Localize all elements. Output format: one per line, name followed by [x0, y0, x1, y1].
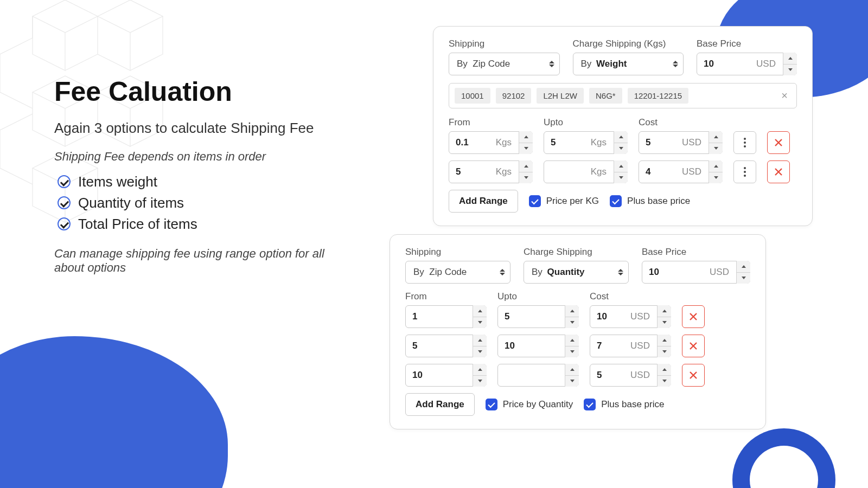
- stepper-icon[interactable]: [473, 305, 487, 328]
- checkbox-icon: [529, 195, 541, 207]
- input-upto[interactable]: 10: [497, 335, 579, 357]
- input-from[interactable]: 5: [405, 335, 487, 357]
- input-from[interactable]: 5Kgs: [449, 160, 533, 183]
- input-base-price[interactable]: 10USD: [642, 261, 750, 284]
- input-cost[interactable]: 5USD: [590, 364, 671, 387]
- panel-shipping-by-weight: Shipping By Zip Code Charge Shipping (Kg…: [433, 26, 813, 226]
- feature-list: Items weight Quantity of items Total Pri…: [58, 174, 353, 233]
- page-subtitle: Again 3 options to calculate Shipping Fe…: [54, 119, 353, 138]
- stepper-icon[interactable]: [473, 364, 487, 387]
- stepper-icon[interactable]: [783, 53, 797, 75]
- add-range-button[interactable]: Add Range: [405, 393, 475, 416]
- select-shipping[interactable]: By Zip Code: [449, 53, 560, 75]
- label-shipping: Shipping: [405, 247, 510, 258]
- check-icon: [58, 217, 71, 230]
- checkbox-icon: [584, 399, 596, 410]
- stepper-icon[interactable]: [565, 364, 579, 387]
- close-icon: [688, 341, 698, 351]
- input-upto[interactable]: 5Kgs: [544, 131, 628, 154]
- chevron-sort-icon: [549, 61, 554, 67]
- decor-ring-bottom-right: [732, 428, 835, 488]
- input-cost[interactable]: 5USD: [639, 131, 723, 154]
- chip[interactable]: 10001: [455, 88, 490, 104]
- input-cost[interactable]: 10USD: [590, 305, 671, 328]
- label-upto: Upto: [544, 117, 628, 128]
- input-base-price[interactable]: 10USD: [697, 53, 797, 75]
- delete-row-button[interactable]: [767, 131, 790, 154]
- clear-chips-icon[interactable]: ×: [778, 89, 791, 102]
- checkbox-price-per-kg[interactable]: Price per KG: [529, 195, 599, 207]
- delete-row-button[interactable]: [682, 364, 705, 387]
- input-upto[interactable]: Kgs: [544, 160, 628, 183]
- stepper-icon[interactable]: [736, 261, 750, 284]
- label-cost: Cost: [590, 291, 671, 302]
- stepper-icon[interactable]: [519, 160, 533, 183]
- input-from[interactable]: 10: [405, 364, 487, 387]
- chip[interactable]: 12201-12215: [628, 88, 688, 104]
- select-shipping[interactable]: By Zip Code: [405, 261, 510, 284]
- label-charge-shipping: Charge Shipping (Kgs): [573, 38, 684, 49]
- stepper-icon[interactable]: [614, 131, 628, 154]
- input-upto[interactable]: 5: [497, 305, 579, 328]
- chip[interactable]: L2H L2W: [537, 88, 584, 104]
- check-icon: [58, 196, 71, 209]
- feature-item: Total Price of items: [78, 216, 197, 233]
- panel-shipping-by-quantity: Shipping By Zip Code Charge Shipping By …: [390, 234, 766, 429]
- input-upto[interactable]: [497, 364, 579, 387]
- stepper-icon[interactable]: [519, 131, 533, 154]
- stepper-icon[interactable]: [657, 305, 671, 328]
- input-cost[interactable]: 7USD: [590, 335, 671, 357]
- stepper-icon[interactable]: [473, 335, 487, 357]
- intro-panel: Fee Caluation Again 3 options to calcula…: [54, 76, 353, 285]
- close-icon: [688, 312, 698, 322]
- label-shipping: Shipping: [449, 38, 560, 49]
- delete-row-button[interactable]: [682, 305, 705, 328]
- checkbox-price-by-quantity[interactable]: Price by Quantity: [486, 399, 573, 410]
- feature-item: Items weight: [78, 174, 157, 190]
- input-cost[interactable]: 4USD: [639, 160, 723, 183]
- page-title: Fee Caluation: [54, 76, 353, 107]
- label-base-price: Base Price: [642, 247, 750, 258]
- decor-blob-bottom-left: [0, 336, 228, 488]
- chevron-sort-icon: [618, 269, 623, 275]
- label-from: From: [405, 291, 487, 302]
- label-cost: Cost: [639, 117, 723, 128]
- stepper-icon[interactable]: [709, 160, 723, 183]
- delete-row-button[interactable]: [767, 160, 790, 183]
- stepper-icon[interactable]: [657, 364, 671, 387]
- note-manage: Can manage shipping fee using range opti…: [54, 247, 353, 275]
- dots-vertical-icon: [744, 167, 746, 177]
- label-upto: Upto: [497, 291, 579, 302]
- label-charge-shipping: Charge Shipping: [524, 247, 629, 258]
- label-base-price: Base Price: [697, 38, 797, 49]
- note-depends: Shipping Fee depends on items in order: [54, 150, 353, 164]
- chip[interactable]: 92102: [496, 88, 532, 104]
- close-icon: [774, 138, 783, 147]
- stepper-icon[interactable]: [709, 131, 723, 154]
- close-icon: [688, 370, 698, 380]
- stepper-icon[interactable]: [657, 335, 671, 357]
- chevron-sort-icon: [500, 269, 505, 275]
- row-menu-button[interactable]: [733, 131, 756, 154]
- checkbox-plus-base-price[interactable]: Plus base price: [584, 399, 664, 410]
- stepper-icon[interactable]: [565, 335, 579, 357]
- add-range-button[interactable]: Add Range: [449, 190, 518, 213]
- delete-row-button[interactable]: [682, 335, 705, 357]
- select-charge-shipping[interactable]: By Weight: [573, 53, 684, 75]
- chevron-sort-icon: [673, 61, 678, 67]
- check-icon: [58, 175, 71, 188]
- input-from[interactable]: 1: [405, 305, 487, 328]
- chip[interactable]: N6G*: [589, 88, 622, 104]
- checkbox-icon: [610, 195, 622, 207]
- stepper-icon[interactable]: [614, 160, 628, 183]
- input-from[interactable]: 0.1Kgs: [449, 131, 533, 154]
- stepper-icon[interactable]: [565, 305, 579, 328]
- label-from: From: [449, 117, 533, 128]
- row-menu-button[interactable]: [733, 160, 756, 183]
- zipcode-chip-input[interactable]: 10001 92102 L2H L2W N6G* 12201-12215 ×: [449, 83, 797, 108]
- feature-item: Quantity of items: [78, 195, 184, 211]
- close-icon: [774, 167, 783, 177]
- dots-vertical-icon: [744, 138, 746, 147]
- select-charge-shipping[interactable]: By Quantity: [524, 261, 629, 284]
- checkbox-plus-base-price[interactable]: Plus base price: [610, 195, 690, 207]
